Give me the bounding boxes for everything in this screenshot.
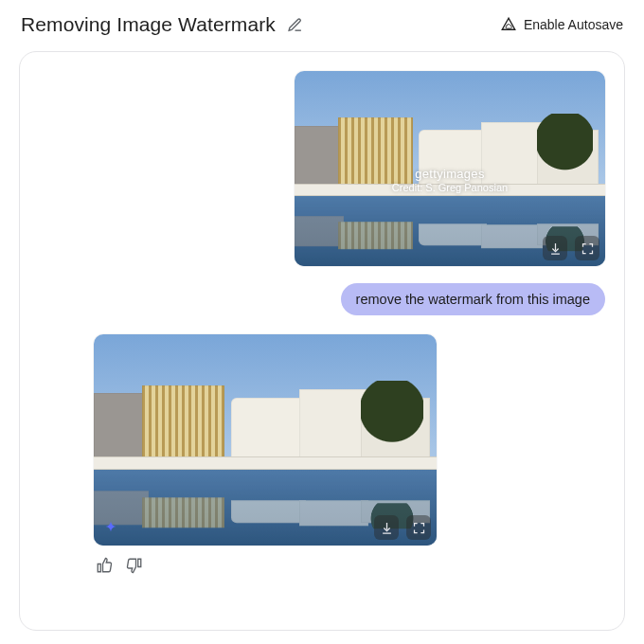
feedback-row — [94, 555, 611, 579]
assistant-image-row — [33, 327, 611, 549]
expand-image-button[interactable] — [406, 515, 431, 540]
cloud-autosave-icon — [500, 16, 517, 33]
expand-icon — [581, 242, 595, 256]
download-image-button[interactable] — [374, 515, 399, 540]
expand-icon — [412, 521, 426, 535]
image-actions — [374, 515, 431, 540]
expand-image-button[interactable] — [575, 236, 599, 260]
download-icon — [548, 242, 563, 256]
autosave-label: Enable Autosave — [524, 17, 623, 32]
thumbs-down-button[interactable] — [124, 555, 145, 579]
download-icon — [380, 521, 394, 535]
assistant-output-image[interactable] — [94, 334, 437, 546]
sparkle-icon — [102, 520, 119, 537]
user-image-row: gettyimages Credit: S. Greg Panosian — [33, 67, 611, 276]
user-uploaded-image[interactable]: gettyimages Credit: S. Greg Panosian — [295, 71, 605, 266]
ai-generated-badge — [101, 519, 120, 538]
pencil-icon — [287, 17, 303, 33]
page-title: Removing Image Watermark — [21, 13, 276, 36]
title-wrap: Removing Image Watermark — [21, 13, 305, 36]
image-actions — [543, 236, 599, 260]
thumbs-up-icon — [96, 557, 113, 574]
header: Removing Image Watermark Enable Autosave — [0, 0, 644, 45]
enable-autosave-button[interactable]: Enable Autosave — [500, 16, 623, 33]
user-message-row: remove the watermark from this image — [33, 276, 611, 327]
edit-title-button[interactable] — [285, 15, 305, 35]
thumbs-up-button[interactable] — [94, 555, 115, 579]
conversation-card: gettyimages Credit: S. Greg Panosian rem… — [19, 51, 625, 631]
thumbs-down-icon — [126, 557, 143, 574]
user-message-bubble: remove the watermark from this image — [341, 283, 605, 315]
download-image-button[interactable] — [543, 236, 567, 260]
